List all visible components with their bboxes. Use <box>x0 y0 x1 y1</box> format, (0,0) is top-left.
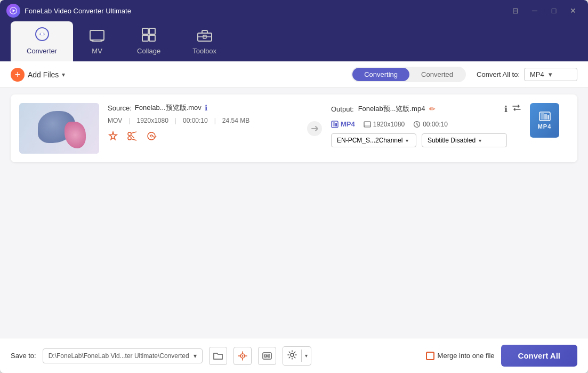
toolbar: + Add Files ▾ Converting Converted Conve… <box>0 61 588 88</box>
app-window: FoneLab Video Converter Ultimate ⊟ ─ □ ✕… <box>0 0 588 373</box>
output-duration-info: 00:00:10 <box>413 121 448 128</box>
convert-all-button[interactable]: Convert All <box>501 345 577 367</box>
svg-line-17 <box>131 132 136 133</box>
format-value: MP4 <box>530 70 544 78</box>
source-info-icon[interactable]: ℹ <box>205 104 207 112</box>
svg-line-19 <box>131 135 134 138</box>
output-resolution-info: 1920x1080 <box>364 121 405 128</box>
output-resolution: 1920x1080 <box>373 121 405 128</box>
nav-bar: Converter MV Col <box>0 21 588 61</box>
output-swap-btn[interactable] <box>512 103 521 115</box>
merge-check-box <box>426 352 434 360</box>
output-format-badge: MP4 <box>331 120 355 128</box>
format-thumbnail-btn[interactable]: MP4 <box>530 103 559 138</box>
source-label: Source: <box>108 104 132 112</box>
file-source-row: Source: Fonelab...预览版.mov ℹ <box>108 103 298 113</box>
svg-point-3 <box>41 33 44 36</box>
output-duration: 00:00:10 <box>423 121 448 128</box>
convert-all-to-label: Convert All to: <box>477 70 520 78</box>
hardware-accel-btn[interactable]: OFF <box>258 347 276 365</box>
app-title: FoneLab Video Converter Ultimate <box>25 7 507 15</box>
settings-btn-group: ▾ <box>283 346 311 366</box>
output-format-info: MP4 1920x1080 <box>331 120 521 128</box>
file-item: Source: Fonelab...预览版.mov ℹ MOV | 1920x1… <box>11 94 577 162</box>
tab-toolbox-label: Toolbox <box>192 47 216 55</box>
save-to-label: Save to: <box>11 352 36 360</box>
save-path-selector[interactable]: D:\FoneLab\FoneLab Vid...ter Ultimate\Co… <box>43 348 203 363</box>
add-files-arrow-icon: ▾ <box>62 71 65 78</box>
minimize-btn[interactable]: ─ <box>526 4 543 18</box>
add-plus-icon: + <box>11 68 25 82</box>
svg-rect-4 <box>90 30 104 40</box>
close-btn[interactable]: ✕ <box>565 4 582 18</box>
tab-toolbox[interactable]: Toolbox <box>176 23 232 61</box>
output-edit-icon[interactable]: ✏ <box>429 105 436 113</box>
svg-point-15 <box>128 132 131 136</box>
audio-track-dropdown[interactable]: EN-PCM_S...2Channel ▾ <box>331 133 416 147</box>
enhance-btn[interactable] <box>108 131 118 144</box>
convert-arrow-icon <box>307 121 323 137</box>
file-resolution: 1920x1080 <box>136 117 168 124</box>
trim-btn[interactable] <box>127 131 138 144</box>
tab-mv[interactable]: MV <box>73 25 121 61</box>
format-thumb-arrow[interactable] <box>559 103 569 138</box>
merge-checkbox[interactable]: Merge into one file <box>426 352 495 360</box>
file-format: MOV <box>108 117 122 124</box>
edit-effects-btn[interactable] <box>146 131 157 144</box>
converting-tab[interactable]: Converting <box>352 68 409 81</box>
converted-tab[interactable]: Converted <box>409 68 465 81</box>
subtitle-value: Subtitle Disabled <box>428 137 476 144</box>
svg-text:OFF: OFF <box>264 354 270 358</box>
svg-rect-11 <box>149 35 155 41</box>
format-select[interactable]: MP4 ▾ <box>524 68 577 81</box>
output-label: Output: <box>331 105 354 113</box>
svg-rect-31 <box>547 115 549 120</box>
svg-rect-25 <box>335 123 337 126</box>
mv-icon <box>90 30 104 45</box>
save-path-text: D:\FoneLab\FoneLab Vid...ter Ultimate\Co… <box>49 352 189 360</box>
svg-rect-29 <box>541 113 544 120</box>
output-format-text: MP4 <box>341 120 355 128</box>
tab-collage[interactable]: Collage <box>121 22 176 61</box>
browse-folder-btn[interactable] <box>209 347 227 365</box>
output-section: Output: Fonelab预...览版.mp4 ✏ ℹ <box>331 103 521 147</box>
file-list: Source: Fonelab...预览版.mov ℹ MOV | 1920x1… <box>0 88 588 338</box>
maximize-btn[interactable]: □ <box>545 4 562 18</box>
tab-mv-label: MV <box>92 47 102 55</box>
svg-point-20 <box>148 132 155 140</box>
settings-btn[interactable] <box>283 347 301 365</box>
svg-point-16 <box>128 137 131 140</box>
file-size: 24.54 MB <box>222 117 249 124</box>
settings-arrow-btn[interactable]: ▾ <box>301 350 311 362</box>
captions-btn[interactable]: ⊟ <box>507 4 524 18</box>
file-thumbnail <box>19 103 99 154</box>
toolbox-icon <box>197 29 212 45</box>
output-info-btn[interactable]: ℹ <box>504 103 508 115</box>
output-actions: ℹ <box>504 103 521 115</box>
subtitle-dropdown[interactable]: Subtitle Disabled ▾ <box>422 133 507 147</box>
audio-track-value: EN-PCM_S...2Channel <box>337 137 402 144</box>
add-files-label: Add Files <box>28 70 59 79</box>
tab-converter[interactable]: Converter <box>11 21 73 61</box>
app-logo <box>6 4 20 18</box>
add-files-button[interactable]: + Add Files ▾ <box>11 68 65 82</box>
svg-rect-9 <box>149 28 155 34</box>
file-details: Source: Fonelab...预览版.mov ℹ MOV | 1920x1… <box>108 103 298 144</box>
save-path-arrow-icon: ▾ <box>194 352 197 360</box>
svg-marker-1 <box>13 9 15 12</box>
format-thumb-label: MP4 <box>538 123 552 130</box>
window-controls: ⊟ ─ □ ✕ <box>507 4 582 18</box>
output-filename: Fonelab预...览版.mp4 <box>358 104 425 114</box>
subtitle-dropdown-arrow-icon: ▾ <box>479 138 481 144</box>
format-thumb-wrapper: MP4 <box>530 103 569 138</box>
accelerate-btn[interactable] <box>233 347 252 365</box>
svg-rect-24 <box>333 122 335 126</box>
view-tab-group: Converting Converted <box>351 67 466 82</box>
format-select-arrow-icon: ▾ <box>549 70 552 78</box>
converter-icon <box>35 27 50 45</box>
svg-point-21 <box>150 135 152 137</box>
source-filename: Fonelab...预览版.mov <box>135 103 202 113</box>
tab-converter-label: Converter <box>27 47 57 55</box>
svg-point-38 <box>291 353 294 356</box>
bottom-bar: Save to: D:\FoneLab\FoneLab Vid...ter Ul… <box>0 338 588 373</box>
